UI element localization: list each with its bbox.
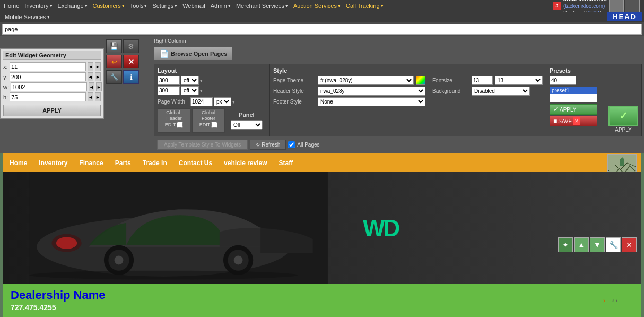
nav-item-customers[interactable]: Customers ▾ (90, 3, 127, 9)
geo-w-input[interactable] (11, 82, 87, 91)
resize-handle-icon[interactable]: ↔ (610, 295, 620, 306)
footer-style-select[interactable]: None (318, 97, 425, 106)
geo-title: Edit Widget Geometry (3, 51, 101, 60)
site-nav-inventory[interactable]: Inventory (39, 159, 67, 167)
preset-save-x-icon: ✕ (573, 117, 580, 125)
geo-w-row: w: ◄ ► (3, 82, 101, 91)
save-button[interactable]: 💾 (106, 39, 122, 53)
global-header-footer-row: GlobalHeader EDIT GlobalFooter EDIT (158, 108, 266, 133)
preset-item-1[interactable]: preset1 (550, 87, 597, 94)
global-footer-checkbox[interactable] (211, 122, 217, 128)
layout-dropdown-arrow-1: ▾ (200, 78, 203, 83)
gear-button[interactable]: ⚙ (123, 39, 139, 53)
nav-item-inventory[interactable]: Inventory ▾ (22, 3, 55, 9)
panel-dropdown[interactable]: Off On (231, 120, 263, 130)
site-nav-vehicle-review[interactable]: vehicle review (224, 159, 267, 167)
geo-y-down[interactable]: ► (95, 72, 101, 81)
geo-w-down[interactable]: ► (96, 82, 102, 91)
svg-rect-1 (620, 159, 624, 166)
color-picker-button[interactable] (416, 76, 425, 85)
float-down-icon[interactable]: ▼ (590, 237, 605, 252)
global-header-btn[interactable]: GlobalHeader EDIT (158, 108, 190, 133)
page-width-input[interactable] (190, 97, 213, 106)
layout-input-2[interactable] (158, 86, 180, 95)
browse-open-pages-button[interactable]: 📄 Browse Open Pages (154, 47, 233, 61)
info-button[interactable]: ℹ (123, 70, 139, 84)
site-nav-home[interactable]: Home (10, 159, 27, 167)
fontsize-row: Fontsize 13 (432, 76, 543, 85)
float-up-icon[interactable]: ▲ (574, 237, 589, 252)
big-apply-section: ✓ APPLY (605, 64, 641, 136)
page-width-label: Page Width (158, 99, 189, 105)
left-tools-column: 💾 ⚙ ↩ ✕ 🔧 ℹ (106, 39, 152, 151)
site-hero-area: WD ✦ ▲ ▼ 🔧 ✕ (3, 172, 641, 284)
header-style-select[interactable]: nwa_028y (318, 87, 425, 96)
geo-y-up[interactable]: ◄ (88, 72, 93, 81)
config-panel: Layout off on ▾ off on (154, 64, 642, 136)
geo-x-down[interactable]: ► (95, 62, 101, 71)
site-nav-parts[interactable]: Parts (115, 159, 131, 167)
geo-w-up[interactable]: ◄ (89, 82, 94, 91)
page-width-row: Page Width px % ▾ (158, 97, 266, 106)
nav-item-mobile[interactable]: Mobile Services ▾ (2, 14, 53, 20)
car-svg (3, 172, 354, 284)
apply-template-button[interactable]: Apply Template Style To Widgets (157, 140, 248, 150)
preset-save-icon: ■ (553, 117, 557, 125)
site-nav-staff[interactable]: Staff (279, 159, 293, 167)
undo-button[interactable]: ↩ (106, 55, 122, 68)
nav-item-merchant[interactable]: Merchant Services ▾ (233, 3, 291, 9)
presets-number-input[interactable] (550, 76, 576, 85)
float-move-icon[interactable]: ✦ (558, 237, 573, 252)
refresh-button[interactable]: ↻ Refresh (250, 140, 286, 150)
nav-item-home[interactable]: Home (1, 3, 22, 9)
site-nav-tradein[interactable]: Trade In (143, 159, 167, 167)
background-select[interactable]: Disabled Enabled (472, 87, 530, 96)
user-email: (tacker.ixloo.com) (563, 3, 607, 10)
geo-h-input[interactable] (10, 92, 86, 101)
style-title: Style (273, 67, 425, 74)
fontsize-input[interactable] (472, 76, 493, 85)
global-footer-btn[interactable]: GlobalFooter EDIT (192, 108, 225, 133)
geo-x-up[interactable]: ◄ (88, 62, 93, 71)
presets-title: Presets (550, 67, 602, 74)
geo-apply-button[interactable]: APPLY (3, 105, 101, 116)
delete-button[interactable]: ✕ (123, 55, 139, 68)
float-delete-icon[interactable]: ✕ (622, 237, 637, 252)
site-preview-nav: Home Inventory Finance Parts Trade In Co… (3, 153, 641, 172)
float-wrench-icon[interactable]: 🔧 (606, 237, 621, 252)
all-pages-checkbox[interactable] (288, 141, 295, 148)
nav-item-tools[interactable]: Tools ▾ (127, 3, 150, 9)
layout-section: Layout off on ▾ off on (154, 64, 270, 136)
site-nav-finance[interactable]: Finance (79, 159, 103, 167)
panel-label: Panel (239, 112, 254, 118)
nav-item-admin[interactable]: Admin ▾ (208, 3, 233, 9)
nav-item-settings[interactable]: Settings ▾ (150, 3, 180, 9)
background-label: Background (432, 88, 469, 94)
layout-select-2[interactable]: off on (181, 86, 199, 95)
big-apply-button[interactable]: ✓ (608, 106, 638, 126)
layout-title: Layout (158, 67, 266, 74)
nav-item-tracking[interactable]: Call Tracking ▾ (343, 3, 386, 9)
settings-small-button[interactable]: 🔧 (106, 70, 122, 84)
layout-select-1[interactable]: off on (181, 76, 199, 85)
fontsize-select[interactable]: 13 (495, 76, 543, 85)
geo-x-input[interactable] (10, 62, 86, 71)
browse-row: 📄 Browse Open Pages (154, 47, 642, 61)
geo-h-up[interactable]: ◄ (88, 92, 93, 101)
nav-item-exchange[interactable]: Exchange ▾ (55, 3, 90, 9)
global-header-checkbox[interactable] (177, 122, 183, 128)
preset-save-button[interactable]: ■ SAVE ✕ (550, 116, 597, 126)
geo-y-input[interactable] (10, 72, 86, 81)
layout-input-1[interactable] (158, 76, 180, 85)
exchange-dropdown-arrow: ▾ (85, 3, 88, 8)
geo-h-down[interactable]: ► (95, 92, 101, 101)
page-width-unit-select[interactable]: px % (214, 97, 231, 106)
site-nav-contact[interactable]: Contact Us (179, 159, 212, 167)
url-input[interactable] (2, 24, 642, 35)
preset-apply-button[interactable]: ✓ APPLY (550, 104, 597, 115)
preview-section: Home Inventory Finance Parts Trade In Co… (0, 153, 644, 317)
page-theme-select[interactable]: # (nwa_028y) (318, 76, 414, 85)
nav-item-auction[interactable]: Auction Services ▾ (291, 3, 343, 9)
nav-item-webmail[interactable]: Webmail (180, 3, 208, 9)
header-style-label: Header Style (273, 88, 316, 94)
